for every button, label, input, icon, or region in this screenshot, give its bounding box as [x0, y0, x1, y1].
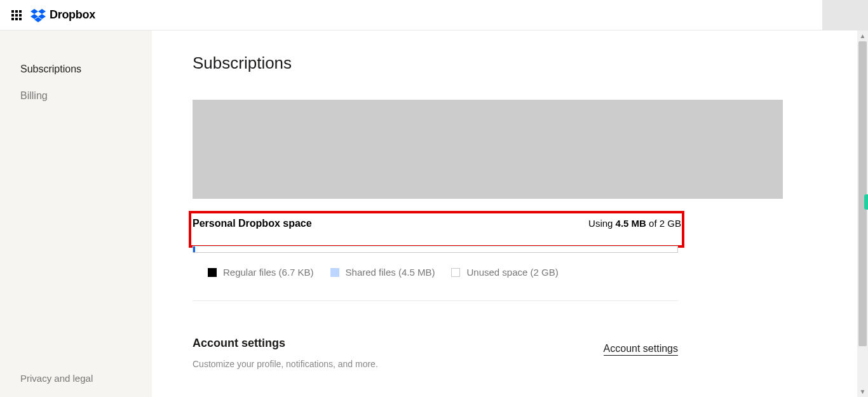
storage-section: Personal Dropbox space Using 4.5 MB of 2… [193, 218, 681, 369]
storage-of: of [646, 218, 660, 229]
storage-title: Personal Dropbox space [193, 218, 312, 229]
scroll-up-icon[interactable]: ▲ [857, 30, 868, 41]
main-content: Subscriptions Personal Dropbox space Usi… [152, 30, 858, 397]
topbar-right-block [822, 0, 868, 30]
sidebar-privacy-link[interactable]: Privacy and legal [20, 373, 93, 384]
scrollbar[interactable]: ▲ ▼ [857, 30, 868, 397]
storage-usage: Using 4.5 MB of 2 GB [588, 218, 681, 229]
swatch-black-icon [208, 268, 217, 277]
top-header: Dropbox [0, 0, 868, 30]
legend-shared: Shared files (4.5 MB) [330, 267, 435, 278]
dropbox-icon [31, 8, 46, 23]
apps-grid-icon[interactable] [11, 10, 22, 20]
account-settings-title: Account settings [193, 337, 378, 350]
brand-logo[interactable]: Dropbox [31, 8, 95, 23]
account-settings-link[interactable]: Account settings [604, 343, 678, 356]
sidebar: Subscriptions Billing Privacy and legal [0, 30, 152, 397]
legend-shared-label: Shared files (4.5 MB) [346, 267, 435, 278]
svg-marker-1 [38, 9, 46, 14]
feedback-tab[interactable] [864, 194, 868, 210]
sidebar-item-billing[interactable]: Billing [20, 90, 134, 102]
page-title: Subscriptions [193, 53, 858, 73]
account-settings-desc: Customize your profile, notifications, a… [193, 359, 378, 369]
storage-used: 4.5 MB [616, 218, 646, 229]
storage-bar [193, 246, 678, 253]
section-divider [193, 300, 678, 301]
storage-bar-fill [193, 246, 195, 252]
highlight-box [189, 211, 684, 248]
storage-total: 2 GB [660, 218, 681, 229]
legend-unused: Unused space (2 GB) [451, 267, 558, 278]
scroll-track[interactable] [857, 41, 868, 386]
svg-marker-0 [31, 9, 38, 14]
swatch-blue-icon [330, 268, 339, 277]
promo-banner [193, 100, 783, 199]
scroll-thumb[interactable] [858, 41, 867, 346]
legend-unused-label: Unused space (2 GB) [466, 267, 558, 278]
legend-regular-label: Regular files (6.7 KB) [223, 267, 314, 278]
sidebar-item-subscriptions[interactable]: Subscriptions [20, 64, 134, 75]
legend-regular: Regular files (6.7 KB) [208, 267, 314, 278]
scroll-down-icon[interactable]: ▼ [857, 386, 868, 397]
account-settings-row: Account settings Customize your profile,… [193, 337, 678, 369]
swatch-empty-icon [451, 268, 460, 277]
storage-legend: Regular files (6.7 KB) Shared files (4.5… [193, 267, 681, 278]
storage-using-prefix: Using [588, 218, 616, 229]
brand-name: Dropbox [50, 8, 95, 22]
